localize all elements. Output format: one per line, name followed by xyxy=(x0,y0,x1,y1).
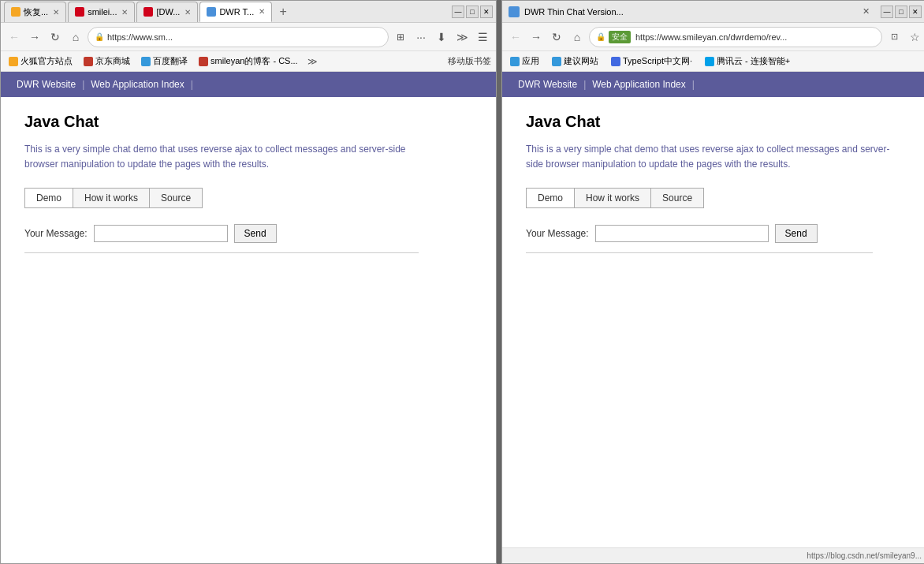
back-button[interactable]: ← xyxy=(6,28,23,46)
left-tab-demo[interactable]: Demo xyxy=(25,189,73,207)
left-title-bar: 恢复... ✕ smilei... ✕ [DW... ✕ DWR T... ✕ xyxy=(1,1,496,23)
right-tab-close[interactable]: ✕ xyxy=(863,6,870,17)
right-tab-demo[interactable]: Demo xyxy=(527,189,575,207)
right-message-input[interactable] xyxy=(595,225,769,242)
right-security-badge: 安全 xyxy=(609,31,631,43)
bookmark-jd[interactable]: 京东商城 xyxy=(80,54,133,68)
left-nav-bar: ← → ↻ ⌂ 🔒 https://www.sm... ⊞ ··· ⬇ ≫ ☰ xyxy=(1,23,496,51)
window-controls: — □ ✕ xyxy=(452,6,493,18)
right-bookmark-typescript[interactable]: TypeScript中文网· xyxy=(608,54,695,68)
add-tab-button[interactable]: + xyxy=(274,2,292,21)
right-bookmark-tencent[interactable]: 腾讯云 - 连接智能+ xyxy=(702,54,793,68)
right-maximize[interactable]: □ xyxy=(895,6,907,18)
right-home-button[interactable]: ⌂ xyxy=(568,28,586,46)
right-title-bar: DWR Thin Chat Version... ✕ — □ ✕ xyxy=(502,1,924,23)
left-tab-how[interactable]: How it works xyxy=(73,189,150,207)
right-close[interactable]: ✕ xyxy=(909,6,922,18)
tab-close-3[interactable]: ✕ xyxy=(184,8,191,17)
left-page-content: Java Chat This is a very simple chat dem… xyxy=(1,97,496,563)
forward-button[interactable]: → xyxy=(26,28,43,46)
right-dwr-nav-sep2: | xyxy=(692,79,695,90)
right-bk-label-4: 腾讯云 - 连接智能+ xyxy=(717,55,790,67)
maximize-button[interactable]: □ xyxy=(466,6,479,18)
bookmark-huhu[interactable]: 火狐官方站点 xyxy=(6,54,76,68)
tab-dwr[interactable]: DWR T... ✕ xyxy=(199,2,272,22)
right-web-app-index-link[interactable]: Web Application Index xyxy=(586,74,692,95)
tab-icon-1 xyxy=(11,7,20,17)
left-message-input[interactable] xyxy=(94,225,228,242)
bookmark-smile[interactable]: smileyan的博客 - CS... xyxy=(196,54,301,68)
right-forward-button[interactable]: → xyxy=(527,28,545,46)
right-bookmarks-bar: 应用 建议网站 TypeScript中文网· 腾讯云 - 连接智能+ xyxy=(502,51,924,72)
tab-close-2[interactable]: ✕ xyxy=(121,8,128,17)
right-send-button[interactable]: Send xyxy=(775,224,818,243)
left-send-button[interactable]: Send xyxy=(234,224,277,243)
left-bookmarks-bar: 火狐官方站点 京东商城 百度翻译 smileyan的博客 - CS... ≫ 移… xyxy=(1,51,496,72)
qr-button[interactable]: ⊞ xyxy=(392,28,409,46)
right-bk-icon-1 xyxy=(510,57,520,66)
left-page-tab-group: Demo How it works Source xyxy=(24,188,203,208)
right-dwr-nav: DWR Website | Web Application Index | xyxy=(502,72,924,97)
mobile-bookmark[interactable]: 移动版书签 xyxy=(448,55,491,67)
left-divider xyxy=(24,252,419,253)
right-tab-icon xyxy=(509,6,520,17)
left-page-desc: This is a very simple chat demo that use… xyxy=(24,142,419,172)
tab-smile[interactable]: smilei... ✕ xyxy=(68,2,135,22)
right-tab-how[interactable]: How it works xyxy=(575,189,651,207)
bookmark-icon-1 xyxy=(9,57,18,66)
bookmark-label-4: smileyan的博客 - CS... xyxy=(211,55,298,67)
tab-icon-2 xyxy=(75,7,84,17)
right-reader-button[interactable]: ⊡ xyxy=(885,28,903,46)
right-favorites-button[interactable]: ☆ xyxy=(906,28,923,46)
web-app-index-link[interactable]: Web Application Index xyxy=(84,74,191,95)
close-button[interactable]: ✕ xyxy=(480,6,493,18)
minimize-button[interactable]: — xyxy=(452,6,464,18)
right-tab-source[interactable]: Source xyxy=(651,189,703,207)
dwr-nav-sep2: | xyxy=(191,79,193,90)
tab-label-3: [DW... xyxy=(156,7,180,17)
refresh-button[interactable]: ↻ xyxy=(47,28,64,46)
right-browser: DWR Thin Chat Version... ✕ — □ ✕ ← → ↻ ⌂… xyxy=(501,0,924,564)
right-tab-title: DWR Thin Chat Version... xyxy=(524,7,858,17)
bookmark-icon-3 xyxy=(141,57,151,66)
left-page-title: Java Chat xyxy=(24,113,472,131)
right-back-button[interactable]: ← xyxy=(507,28,524,46)
right-nav-bar: ← → ↻ ⌂ 🔒 安全 https://www.smileyan.cn/dwr… xyxy=(502,23,924,51)
right-page-title: Java Chat xyxy=(526,113,904,131)
right-minimize[interactable]: — xyxy=(881,6,893,18)
left-tab-source[interactable]: Source xyxy=(150,189,202,207)
tab-dw[interactable]: [DW... ✕ xyxy=(136,2,198,22)
tab-icon-3 xyxy=(143,7,153,17)
bookmark-label-3: 百度翻译 xyxy=(153,55,188,67)
right-page-desc: This is a very simple chat demo that use… xyxy=(526,142,904,172)
right-page-tab-group: Demo How it works Source xyxy=(526,188,704,208)
right-dwr-website-link[interactable]: DWR Website xyxy=(512,74,583,95)
right-bookmark-suggest[interactable]: 建议网站 xyxy=(549,54,602,68)
left-dwr-nav: DWR Website | Web Application Index | xyxy=(1,72,496,97)
tab-hf[interactable]: 恢复... ✕ xyxy=(4,2,66,22)
tab-close-4[interactable]: ✕ xyxy=(259,7,265,16)
right-page-content: Java Chat This is a very simple chat dem… xyxy=(502,97,924,547)
download-button[interactable]: ⬇ xyxy=(433,28,450,46)
tab-label-4: DWR T... xyxy=(219,7,254,17)
bookmark-baidu[interactable]: 百度翻译 xyxy=(138,54,191,68)
address-bar[interactable]: 🔒 https://www.sm... xyxy=(88,27,389,47)
right-status-bar: https://blog.csdn.net/smileyan9... xyxy=(502,547,924,563)
right-bk-icon-4 xyxy=(705,57,714,66)
home-button[interactable]: ⌂ xyxy=(67,28,84,46)
right-status-url: https://blog.csdn.net/smileyan9... xyxy=(807,551,922,560)
right-bookmark-apps[interactable]: 应用 xyxy=(507,54,542,68)
right-address-bar[interactable]: 🔒 安全 https://www.smileyan.cn/dwrdemo/rev… xyxy=(589,27,882,47)
more-nav-button[interactable]: ≫ xyxy=(453,28,471,46)
right-refresh-button[interactable]: ↻ xyxy=(548,28,565,46)
right-bk-icon-2 xyxy=(552,57,561,66)
menu-button[interactable]: ☰ xyxy=(474,28,491,46)
right-form-label: Your Message: xyxy=(526,228,589,239)
right-lock-icon: 🔒 xyxy=(596,32,605,41)
mobile-label: 移动版书签 xyxy=(448,55,491,67)
tab-close-1[interactable]: ✕ xyxy=(53,8,59,17)
dwr-website-link[interactable]: DWR Website xyxy=(10,74,82,95)
more-button[interactable]: ··· xyxy=(412,28,430,46)
tab-label-2: smilei... xyxy=(88,7,117,17)
bookmarks-more[interactable]: ≫ xyxy=(307,56,318,67)
